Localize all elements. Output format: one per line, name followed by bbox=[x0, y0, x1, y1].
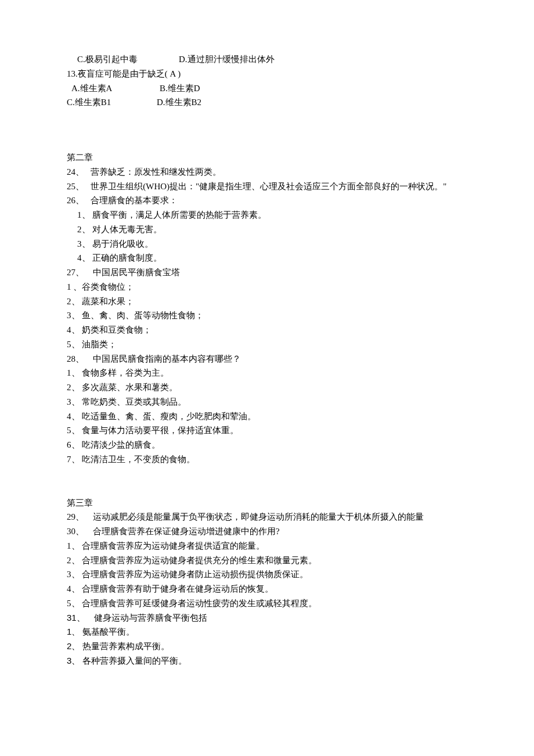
point-28-item-6: 6、 吃清淡少盐的膳食。 bbox=[67, 438, 467, 452]
point-28-item-3: 3、 常吃奶类、豆类或其制品。 bbox=[67, 395, 467, 409]
point-31-text: 、 健身运动与营养膳食平衡包括 bbox=[77, 613, 207, 622]
point-31-item-2: 2、 热量营养素构成平衡。 bbox=[67, 639, 467, 654]
q13-option-a: A.维生素A bbox=[71, 84, 112, 93]
point-31: 31、 健身运动与营养膳食平衡包括 bbox=[67, 611, 467, 625]
point-26-item-2: 2、 对人体无毒无害。 bbox=[67, 222, 467, 237]
q13-options-cd: C.维生素B1 D.维生素B2 bbox=[67, 95, 467, 110]
point-30-item-1: 1、 合理膳食营养应为运动健身者提供适宜的能量。 bbox=[67, 539, 467, 553]
point-27-item-5: 5、 油脂类； bbox=[67, 337, 467, 352]
point-27-item-4: 4、 奶类和豆类食物； bbox=[67, 323, 467, 337]
point-28-item-4: 4、 吃适量鱼、禽、蛋、瘦肉，少吃肥肉和荤油。 bbox=[67, 409, 467, 424]
point-24: 24、 营养缺乏：原发性和继发性两类。 bbox=[67, 165, 467, 179]
point-28-item-5: 5、 食量与体力活动要平很，保持适宜体重。 bbox=[67, 423, 467, 438]
q13-option-b: B.维生素D bbox=[160, 84, 200, 93]
point-26: 26、 合理膳食的基本要求： bbox=[67, 193, 467, 208]
q12-option-d: D.通过胆汁缓慢排出体外 bbox=[179, 55, 275, 64]
q13-option-d: D.维生素B2 bbox=[157, 98, 201, 107]
point-30-item-5: 5、 合理膳食营养可延缓健身者运动性疲劳的发生或减轻其程度。 bbox=[67, 596, 467, 611]
point-27-item-3: 3、 鱼、禽、肉、蛋等动物性食物； bbox=[67, 308, 467, 323]
point-27-item-1: 1 、谷类食物位； bbox=[67, 280, 467, 294]
point-28-item-2: 2、 多次蔬菜、水果和薯类。 bbox=[67, 380, 467, 395]
chapter2-title: 第二章 bbox=[67, 150, 467, 165]
point-31-item-3-text: 、 各种营养摄入量间的平衡。 bbox=[71, 656, 187, 665]
point-27-item-2: 2、 蔬菜和水果； bbox=[67, 294, 467, 309]
q12-option-c: C.极易引起中毒 bbox=[77, 55, 138, 64]
point-31-item-1-text: 、 氨基酸平衡。 bbox=[71, 627, 135, 636]
point-26-item-3: 3、 易于消化吸收。 bbox=[67, 237, 467, 251]
q13-option-c: C.维生素B1 bbox=[67, 98, 111, 107]
point-28-item-1: 1、 食物多样，谷类为主。 bbox=[67, 366, 467, 380]
q13-stem: 13.夜盲症可能是由于缺乏( A ) bbox=[67, 67, 467, 81]
point-26-item-1: 1、 膳食平衡，满足人体所需要的热能于营养素。 bbox=[67, 208, 467, 222]
point-31-num: 31 bbox=[67, 613, 77, 622]
point-28-item-7: 7、 吃清洁卫生，不变质的食物。 bbox=[67, 452, 467, 467]
point-25: 25、 世界卫生组织(WHO)提出："健康是指生理、心理及社会适应三个方面全部良… bbox=[67, 179, 467, 194]
point-31-item-2-text: 、 热量营养素构成平衡。 bbox=[71, 642, 169, 651]
chapter3-title: 第三章 bbox=[67, 496, 467, 510]
q13-options-ab: A.维生素A B.维生素D bbox=[67, 81, 467, 96]
point-29: 29、 运动减肥必须是能量属于负平衡状态，即健身运动所消耗的能量大于机体所摄入的… bbox=[67, 510, 467, 524]
point-30-item-2: 2、 合理膳食营养应为运动健身者提供充分的维生素和微量元素。 bbox=[67, 553, 467, 568]
point-28: 28、 中国居民膳食指南的基本内容有哪些？ bbox=[67, 352, 467, 366]
point-27: 27、 中国居民平衡膳食宝塔 bbox=[67, 265, 467, 280]
point-26-item-4: 4、 正确的膳食制度。 bbox=[67, 251, 467, 265]
q12-options-cd: C.极易引起中毒 D.通过胆汁缓慢排出体外 bbox=[67, 52, 467, 67]
point-30-item-4: 4、 合理膳食营养有助于健身者在健身运动后的恢复。 bbox=[67, 582, 467, 596]
point-30-item-3: 3、 合理膳食营养应为运动健身者防止运动损伤提供物质保证。 bbox=[67, 567, 467, 582]
point-31-item-1: 1、 氨基酸平衡。 bbox=[67, 625, 467, 639]
point-30: 30、 合理膳食营养在保证健身运动增进健康中的作用? bbox=[67, 524, 467, 539]
point-31-item-3: 3、 各种营养摄入量间的平衡。 bbox=[67, 654, 467, 668]
